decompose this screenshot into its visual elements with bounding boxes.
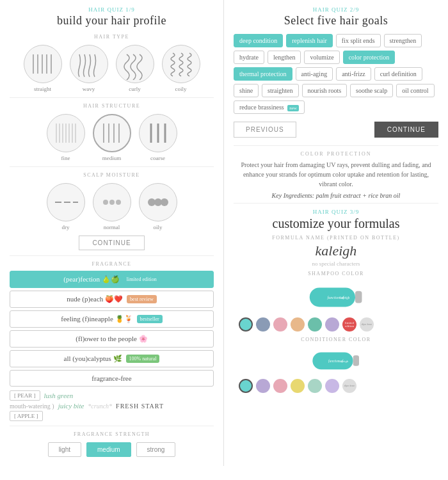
- scalp-dry[interactable]: dry: [47, 183, 85, 230]
- hair-circle-normal: [93, 183, 131, 221]
- goal-oil-control[interactable]: oil control: [396, 84, 434, 97]
- goal-hydrate[interactable]: hydrate: [234, 51, 264, 64]
- formula-name-label: FORMULA NAME (PRINTED ON BOTTLE): [234, 235, 438, 241]
- shampoo-bottle-container: function of kaleigh: [234, 280, 438, 314]
- hair-structure-row: fine medium: [10, 114, 214, 161]
- goal-strengthen[interactable]: strengthen: [384, 34, 422, 47]
- hair-circle-straight: [24, 45, 62, 83]
- hair-circle-fine: [47, 114, 85, 152]
- strength-row: light medium strong: [10, 442, 214, 457]
- goal-volumize[interactable]: volumize: [304, 51, 339, 64]
- strength-medium[interactable]: medium: [86, 442, 131, 457]
- new-indicator: new: [287, 105, 299, 111]
- swatch-lavender-shampoo[interactable]: [325, 317, 339, 332]
- swatch-dyefree-shampoo[interactable]: dye free: [360, 317, 374, 332]
- hair-structure-medium[interactable]: medium: [93, 114, 131, 161]
- right-panel: HAIR QUIZ 2/9 Select five hair goals dee…: [224, 0, 448, 466]
- swatch-lavender-conditioner[interactable]: [256, 379, 270, 393]
- scalp-normal-label: normal: [104, 224, 120, 230]
- fragrance-eucalyptus-badge: 100% natural: [126, 355, 160, 363]
- swatch-teal-shampoo[interactable]: [239, 317, 253, 332]
- strength-light[interactable]: light: [48, 442, 81, 457]
- hair-circle-coarse: [139, 114, 177, 152]
- page-wrapper: HAIR QUIZ 1/9 build your hair profile HA…: [0, 0, 448, 466]
- fragrance-pear[interactable]: (pear)fection 🍐🍏 limited edition: [10, 271, 214, 288]
- fragrance-peach[interactable]: nude (p)each 🍑❤️ best review: [10, 291, 214, 308]
- swatch-bluegrey-shampoo[interactable]: [256, 317, 270, 332]
- hair-profile-continue-button[interactable]: CONTINUE: [79, 236, 144, 250]
- shampoo-color-swatches: limited edition dye free: [239, 317, 433, 332]
- goal-fix-split-ends[interactable]: fix split ends: [336, 34, 381, 47]
- scalp-dry-label: dry: [62, 224, 70, 230]
- goal-deep-condition[interactable]: deep condition: [234, 34, 283, 47]
- conditioner-label: CONDITIONER COLOR: [234, 337, 438, 342]
- fragrance-free-text: fragrance-free: [92, 374, 131, 382]
- goals-tags: deep condition replenish hair fix split …: [234, 34, 438, 114]
- hair-structure-coarse[interactable]: coarse: [139, 114, 177, 161]
- fragrance-pineapple[interactable]: feeling (f)ineapple 🍍🍹 bestseller: [10, 310, 214, 328]
- goal-replenish-hair[interactable]: replenish hair: [286, 34, 333, 47]
- swatch-lightlavender-conditioner[interactable]: [325, 379, 339, 393]
- fragrance-pineapple-badge: bestseller: [137, 315, 163, 323]
- swatch-mint-conditioner[interactable]: [308, 379, 322, 393]
- goal-reduce-brassiness[interactable]: reduce brassiness new: [234, 100, 305, 114]
- hair-structure-label: HAIR STRUCTURE: [10, 103, 214, 109]
- scalp-oily[interactable]: oily: [139, 183, 177, 230]
- previous-button[interactable]: PREVIOUS: [234, 122, 296, 138]
- goal-soothe-scalp[interactable]: soothe scalp: [350, 84, 393, 97]
- conditioner-bottle-container: function of kaleigh: [234, 346, 438, 375]
- hair-type-curly[interactable]: curly: [116, 45, 154, 92]
- goal-shine[interactable]: shine: [234, 84, 259, 97]
- svg-point-22: [103, 200, 108, 205]
- goal-lengthen[interactable]: lengthen: [268, 51, 301, 64]
- hair-type-wavy[interactable]: wavy: [70, 45, 108, 92]
- goal-nourish-roots[interactable]: nourish roots: [302, 84, 348, 97]
- swatch-dyefree-conditioner[interactable]: dye free: [342, 379, 356, 393]
- fragrance-flower-text: (fl)ower to the people 🌸: [76, 335, 147, 343]
- goal-curl-definition[interactable]: curl definition: [374, 67, 422, 81]
- customize-title: customize your formulas: [234, 216, 438, 231]
- fragrance-pineapple-text: feeling (f)ineapple 🍍🍹: [61, 315, 132, 323]
- goal-color-protection[interactable]: color protection: [343, 51, 396, 64]
- continue-button[interactable]: CONTINUE: [374, 122, 438, 138]
- svg-point-27: [161, 198, 168, 206]
- frag-descriptor-row2: mouth-watering ) juicy bite *crunch* FRE…: [10, 402, 214, 410]
- goal-anti-aging[interactable]: anti-aging: [296, 67, 333, 81]
- conditioner-bottle-svg: function of kaleigh: [310, 346, 362, 375]
- hair-circle-medium: [93, 114, 131, 152]
- swatch-pink-conditioner[interactable]: [273, 379, 287, 393]
- frag-tag-apple: [ APPLE ]: [10, 411, 43, 421]
- scalp-normal[interactable]: normal: [93, 183, 131, 230]
- fragrance-label: FRAGRANCE: [10, 261, 214, 267]
- scalp-oily-label: oily: [153, 224, 162, 230]
- hair-circle-curly: [116, 45, 154, 83]
- goal-anti-frizz[interactable]: anti-frizz: [336, 67, 371, 81]
- hair-type-straight-label: straight: [34, 86, 51, 92]
- goal-straighten[interactable]: straighten: [262, 84, 298, 97]
- hair-circle-coily: [162, 45, 200, 83]
- swatch-teal-conditioner[interactable]: [239, 379, 253, 393]
- svg-rect-29: [355, 291, 362, 303]
- swatch-limited-shampoo[interactable]: limited edition: [342, 317, 356, 332]
- frag-descriptor-row: [ PEAR ] lush green: [10, 390, 214, 401]
- fragrance-flower[interactable]: (fl)ower to the people 🌸: [10, 330, 214, 348]
- swatch-yellow-conditioner[interactable]: [291, 379, 305, 393]
- svg-point-24: [116, 200, 121, 205]
- hair-type-coily[interactable]: coily: [162, 45, 200, 92]
- goal-thermal-protection[interactable]: thermal protection: [234, 67, 292, 81]
- swatch-pink-shampoo[interactable]: [273, 317, 287, 332]
- frag-desc-mouth: mouth-watering ): [10, 403, 54, 410]
- fragrance-free[interactable]: fragrance-free: [10, 370, 214, 387]
- swatch-peach-shampoo[interactable]: [291, 317, 305, 332]
- hair-structure-medium-label: medium: [102, 155, 122, 161]
- hair-structure-fine[interactable]: fine: [47, 114, 85, 161]
- customize-section: HAIR QUIZ 3/9 customize your formulas FO…: [234, 203, 438, 393]
- swatch-green-shampoo[interactable]: [308, 317, 322, 332]
- hair-type-straight[interactable]: straight: [24, 45, 62, 92]
- strength-strong[interactable]: strong: [136, 442, 176, 457]
- fragrance-eucalyptus[interactable]: all (you)calyptus 🌿 100% natural: [10, 350, 214, 367]
- color-protection-box: COLOR PROTECTION Protect your hair from …: [234, 145, 438, 199]
- fragrance-peach-badge: best review: [127, 295, 157, 303]
- fragrance-options: (pear)fection 🍐🍏 limited edition nude (p…: [10, 271, 214, 387]
- svg-rect-33: [353, 355, 359, 366]
